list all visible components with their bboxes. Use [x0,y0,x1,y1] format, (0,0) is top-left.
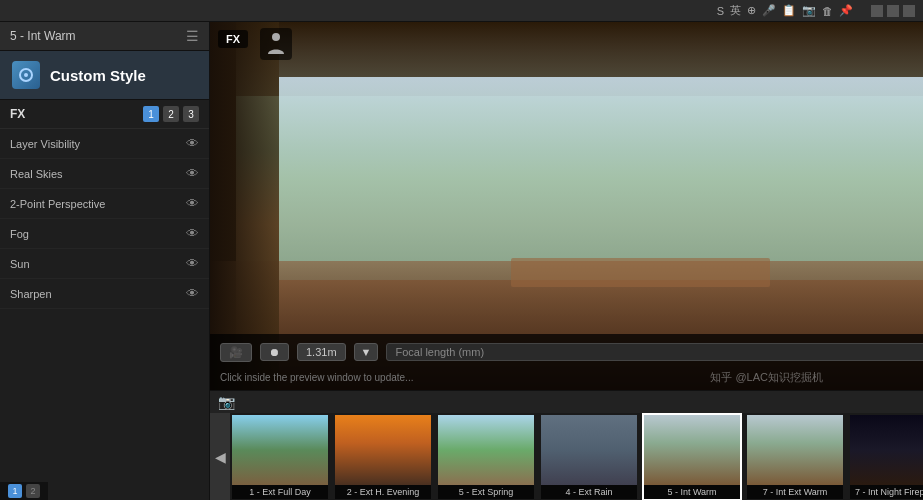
filmstrip-thumb-5 [644,415,740,485]
s-icon: S [717,5,724,17]
fx-item-fog[interactable]: Fog 👁 [0,219,209,249]
fx-label: FX [10,107,25,121]
fx-item-name: 2-Point Perspective [10,198,105,210]
custom-style-icon [12,61,40,89]
visibility-eye-icon[interactable]: 👁 [186,226,199,241]
panel-header: 5 - Int Warm ☰ [0,22,209,51]
filmstrip-label-7: 7 - Int Night Fireplace [850,485,923,499]
filmstrip-camera-icon: 📷 [218,394,235,410]
menu-icon[interactable]: ☰ [186,28,199,44]
maximize-button[interactable] [887,5,899,17]
filmstrip-item-5[interactable]: 5 - Int Warm [642,413,742,500]
filmstrip-label-4: 4 - Ext Rain [541,485,637,499]
camera-icon: 📷 [802,4,816,17]
main-layout: 5 - Int Warm ☰ Custom Style FX 1 2 3 Lay… [0,22,923,500]
focal-input[interactable]: Focal length (mm) [386,343,923,361]
fx-item-name: Sun [10,258,30,270]
custom-style-bar[interactable]: Custom Style [0,51,209,100]
filmstrip-item-3[interactable]: 5 - Ext Spring [436,413,536,500]
camera-mode-icon: 🎥 [229,346,243,359]
fx-section: FX 1 2 3 [0,100,209,129]
fx-item-sun[interactable]: Sun 👁 [0,249,209,279]
window-controls[interactable] [871,5,915,17]
fx-badge: FX [218,30,248,48]
fx-item-sharpen[interactable]: Sharpen 👁 [0,279,209,309]
visibility-eye-icon[interactable]: 👁 [186,196,199,211]
fx-badge-label: FX [226,33,240,45]
visibility-eye-icon[interactable]: 👁 [186,136,199,151]
fx-num-3[interactable]: 3 [183,106,199,122]
time-display: 1.31m [297,343,346,361]
fx-num-1[interactable]: 1 [143,106,159,122]
filmstrip-item-1[interactable]: 1 - Ext Full Day [230,413,330,500]
camera-mode-button[interactable]: 🎥 [220,343,252,362]
left-panel: 5 - Int Warm ☰ Custom Style FX 1 2 3 Lay… [0,22,210,500]
visibility-eye-icon[interactable]: 👁 [186,256,199,271]
audio-icon: 🎤 [762,4,776,17]
record-icon: ⏺ [269,346,280,358]
svg-point-2 [272,33,280,41]
page-2-button[interactable]: 2 [26,484,40,498]
fx-item-real-skies[interactable]: Real Skies 👁 [0,159,209,189]
filmstrip-label-2: 2 - Ext H. Evening [335,485,431,499]
watermark: 知乎 @LAC知识挖掘机 [710,370,823,385]
close-button[interactable] [903,5,915,17]
filmstrip-item-4[interactable]: 4 - Ext Rain [539,413,639,500]
filmstrip-thumb-6 [747,415,843,485]
page-indicators: 1 2 [0,482,48,500]
filmstrip-thumb-2 [335,415,431,485]
pin-icon: 📌 [839,4,853,17]
fx-item-name: Fog [10,228,29,240]
time-dropdown[interactable]: ▼ [354,343,379,361]
fx-item-name: Sharpen [10,288,52,300]
center-area: FX 🎥 ⏺ 1.31m ▼ F [210,22,923,500]
filmstrip-item-7[interactable]: 7 - Int Night Fireplace [848,413,923,500]
filmstrip-label-3: 5 - Ext Spring [438,485,534,499]
fx-item-name: Layer Visibility [10,138,80,150]
trash-icon: 🗑 [822,5,833,17]
fx-num-2[interactable]: 2 [163,106,179,122]
toolbar-icons: S 英 ⊕ 🎤 📋 📷 🗑 📌 [717,3,853,18]
filmstrip-thumb-7 [850,415,923,485]
top-bar: S 英 ⊕ 🎤 📋 📷 🗑 📌 [0,0,923,22]
clipboard-icon: 📋 [782,4,796,17]
fx-item-2point-perspective[interactable]: 2-Point Perspective 👁 [0,189,209,219]
filmstrip-arrow-left[interactable]: ◀ [210,413,230,500]
filmstrip-label-1: 1 - Ext Full Day [232,485,328,499]
page-1-button[interactable]: 1 [8,484,22,498]
panel-title: 5 - Int Warm [10,29,76,43]
fx-item-layer-visibility[interactable]: Layer Visibility 👁 [0,129,209,159]
record-button[interactable]: ⏺ [260,343,289,361]
filmstrip-thumb-3 [438,415,534,485]
visibility-eye-icon[interactable]: 👁 [186,286,199,301]
svg-point-1 [24,73,28,77]
filmstrip-inner: 1 - Ext Full Day 2 - Ext H. Evening 5 - … [230,413,923,500]
person-icon [260,28,292,60]
filmstrip-item-6[interactable]: 7 - Int Ext Warm [745,413,845,500]
mic-icon: ⊕ [747,4,756,17]
lang-icon: 英 [730,3,741,18]
viewport[interactable]: FX 🎥 ⏺ 1.31m ▼ F [210,22,923,390]
filmstrip-label-5: 5 - Int Warm [644,485,740,499]
fx-item-name: Real Skies [10,168,63,180]
fx-numbers: 1 2 3 [143,106,199,122]
filmstrip-thumb-1 [232,415,328,485]
filmstrip-scroll: ◀ 1 - Ext Full Day 2 - Ext H. Evening 5 … [210,413,923,500]
minimize-button[interactable] [871,5,883,17]
filmstrip-area: 📷 ◀ 1 - Ext Full Day 2 - Ext H. Evening [210,390,923,500]
filmstrip-item-2[interactable]: 2 - Ext H. Evening [333,413,433,500]
visibility-eye-icon[interactable]: 👁 [186,166,199,181]
viewport-controls: 🎥 ⏺ 1.31m ▼ Focal length (mm) T [210,334,923,370]
filmstrip-thumb-4 [541,415,637,485]
custom-style-label: Custom Style [50,67,146,84]
filmstrip-top: 📷 [210,391,923,413]
filmstrip-label-6: 7 - Int Ext Warm [747,485,843,499]
